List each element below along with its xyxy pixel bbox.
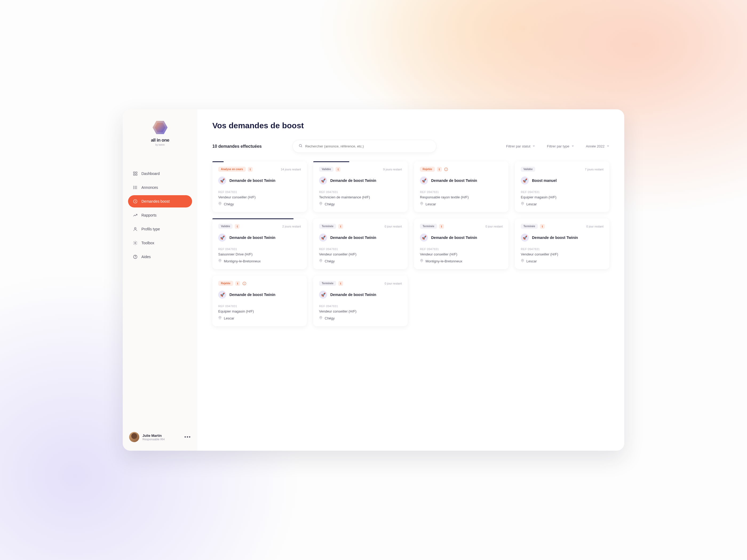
card-location: Lescar (521, 259, 603, 263)
svg-point-21 (446, 170, 446, 170)
location-icon (218, 202, 222, 206)
card-title: Demande de boost Twinin (431, 236, 477, 240)
days-remaining: 0 jour restant (586, 225, 603, 228)
status-badge: Validée (218, 224, 233, 229)
twinin-icon: t (248, 167, 253, 172)
boost-card[interactable]: Rejetéet🚀Demande de boost TwininREF 0947… (212, 275, 307, 326)
card-icon: 🚀 (420, 177, 428, 185)
toolbar: 10 demandes effectuées Filtrer par statu… (212, 140, 609, 153)
brand-sub: by twinin (155, 143, 164, 146)
boost-card[interactable]: Validéet2 jours restant🚀Demande de boost… (212, 218, 307, 269)
location-icon (319, 316, 323, 320)
filter-year[interactable]: Année 2022 (586, 144, 609, 148)
list-icon (133, 185, 138, 190)
card-job: Vendeur conseiller (H/F) (319, 309, 402, 313)
nav-label: Rapports (141, 213, 157, 217)
nav-rapports[interactable]: Rapports (128, 209, 192, 221)
card-location: Chégy (218, 202, 301, 206)
boost-card[interactable]: Terminéet0 jour restant🚀Demande de boost… (313, 275, 408, 326)
user-icon (133, 227, 138, 232)
nav-label: Dashboard (141, 171, 160, 176)
location-text: Chégy (325, 259, 335, 263)
more-icon[interactable]: ••• (184, 434, 191, 440)
status-badge: Validée (521, 167, 535, 172)
chevron-down-icon (607, 144, 609, 148)
svg-rect-2 (133, 174, 135, 176)
location-text: Montigny-le-Bretonneux (224, 259, 261, 263)
nav-label: Profils type (141, 227, 160, 231)
nav-dashboard[interactable]: Dashboard (128, 167, 192, 180)
boost-card[interactable]: Terminéet0 jour restant🚀Demande de boost… (313, 218, 408, 269)
twinin-icon: t (437, 167, 442, 172)
warning-icon (242, 281, 247, 286)
nav-annonces[interactable]: Annonces (128, 181, 192, 194)
card-title-row: 🚀Demande de boost Twinin (319, 177, 402, 185)
chevron-down-icon (533, 144, 535, 148)
status-badge: Terminée (319, 281, 336, 286)
days-remaining: 7 jours restant (585, 168, 603, 171)
svg-point-31 (220, 317, 221, 318)
status-badge: Analyse en cours (218, 167, 246, 172)
card-location: Lescar (218, 316, 301, 320)
card-location: Lescar (521, 202, 603, 206)
search-input[interactable] (305, 144, 430, 148)
card-job: Saisonnier Drive (H/F) (218, 252, 301, 256)
card-title: Demande de boost Twinin (229, 236, 275, 240)
progress-bar (313, 161, 349, 162)
filters: Filtrer par statut Filtrer par type Anné… (506, 144, 609, 148)
days-remaining: 14 jours restant (281, 168, 301, 171)
boost-card[interactable]: Validéet9 jours restant🚀Demande de boost… (313, 161, 408, 212)
card-ref: REF 0947831 (521, 247, 603, 251)
nav-profils-type[interactable]: Profils type (128, 223, 192, 235)
filter-type[interactable]: Filtrer par type (547, 144, 574, 148)
boost-card[interactable]: Terminéet0 jour restant🚀Demande de boost… (414, 218, 509, 269)
card-job: Equipier magasin (H/F) (521, 195, 603, 199)
nav-toolbox[interactable]: Toolbox (128, 237, 192, 249)
nav-label: Aides (141, 255, 151, 259)
boost-card[interactable]: Terminéet0 jour restant🚀Demande de boost… (515, 218, 609, 269)
svg-point-9 (133, 189, 134, 189)
card-ref: REF 0947831 (319, 304, 402, 308)
card-ref: REF 0947831 (319, 247, 402, 251)
boost-card[interactable]: Analyse en courst14 jours restant🚀Demand… (212, 161, 307, 212)
filter-status[interactable]: Filtrer par statut (506, 144, 535, 148)
card-head: Rejetéet (420, 167, 503, 172)
nav-demandes-boost[interactable]: Demandes boost (128, 195, 192, 208)
card-title: Demande de boost Twinin (229, 293, 275, 297)
brand-logo: all in one by twinin (128, 120, 192, 146)
nav-aides[interactable]: Aides (128, 251, 192, 263)
svg-point-22 (421, 203, 422, 204)
card-icon: 🚀 (218, 177, 226, 185)
boost-card[interactable]: Validée7 jours restant🚀Boost manuelREF 0… (515, 161, 609, 212)
logo-icon (153, 120, 168, 135)
avatar (129, 432, 139, 442)
location-icon (218, 316, 222, 320)
sidebar: all in one by twinin Dashboard Annonces … (123, 109, 198, 451)
days-remaining: 0 jour restant (486, 225, 503, 228)
card-title: Demande de boost Twinin (330, 179, 376, 183)
card-head: Terminéet0 jour restant (319, 224, 402, 229)
location-text: Chégy (224, 202, 234, 206)
svg-point-30 (244, 284, 244, 284)
user-area[interactable]: Julie Martin Responsable RH ••• (128, 430, 192, 444)
svg-point-32 (320, 317, 321, 318)
search-box[interactable] (292, 140, 436, 153)
card-ref: REF 0947831 (521, 190, 603, 194)
card-location: Chégy (319, 259, 402, 263)
card-icon: 🚀 (319, 291, 327, 299)
location-text: Lescar (526, 259, 537, 263)
svg-point-18 (320, 203, 321, 204)
boost-card[interactable]: Rejetéet🚀Demande de boost TwininREF 0947… (414, 161, 509, 212)
card-location: Chégy (319, 202, 402, 206)
card-head: Validéet2 jours restant (218, 224, 301, 229)
svg-point-24 (220, 260, 221, 261)
twinin-icon: t (235, 281, 240, 286)
cards-grid: Analyse en courst14 jours restant🚀Demand… (212, 161, 609, 326)
card-title: Demande de boost Twinin (330, 236, 376, 240)
twinin-icon: t (540, 224, 545, 229)
card-title: Boost manuel (532, 179, 557, 183)
days-remaining: 0 jour restant (385, 225, 402, 228)
svg-point-12 (135, 242, 136, 244)
card-title-row: 🚀Demande de boost Twinin (319, 234, 402, 242)
user-role: Responsable RH (143, 437, 164, 441)
